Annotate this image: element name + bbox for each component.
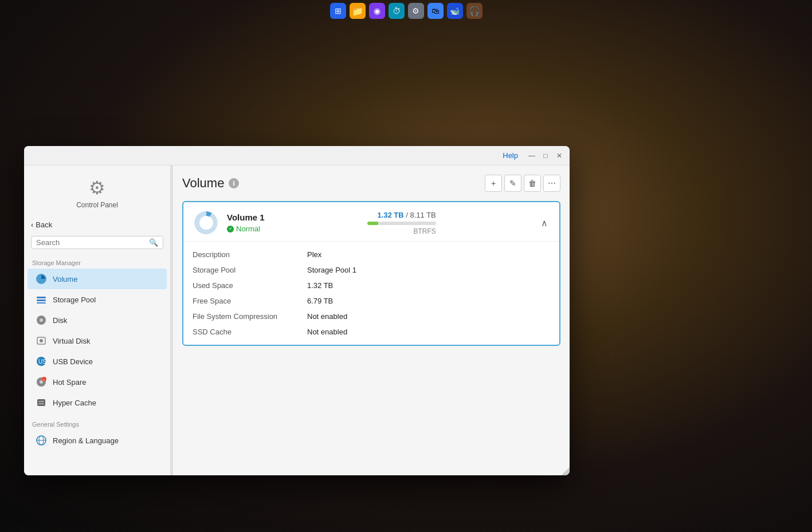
svg-rect-2 bbox=[37, 300, 46, 301]
storage-manager-section-label: Storage Manager bbox=[24, 256, 170, 269]
search-box[interactable]: 🔍 bbox=[31, 236, 163, 249]
page-title-area: Volume ℹ bbox=[182, 176, 239, 191]
add-button[interactable]: + bbox=[485, 175, 502, 192]
taskbar-whale-icon[interactable]: 🐋 bbox=[447, 3, 463, 19]
sidebar-item-virtual-disk-label: Virtual Disk bbox=[53, 337, 91, 345]
control-panel-label: Control Panel bbox=[76, 201, 118, 209]
back-arrow-icon: ‹ bbox=[31, 220, 33, 229]
status-dot bbox=[227, 226, 234, 232]
storage-bar-container bbox=[367, 222, 436, 225]
info-icon[interactable]: ℹ bbox=[229, 178, 239, 188]
svg-text:+: + bbox=[43, 378, 45, 381]
title-bar-controls: — □ ✕ bbox=[527, 151, 564, 160]
detail-value-fs-compression: Not enabled bbox=[307, 310, 550, 322]
virtual-disk-icon bbox=[36, 335, 47, 346]
disk-icon bbox=[36, 314, 47, 326]
storage-display: 1.32 TB / 8.11 TB bbox=[377, 211, 436, 219]
minimize-button[interactable]: — bbox=[527, 151, 536, 160]
sidebar-item-usb-device-label: USB Device bbox=[53, 357, 93, 366]
usb-device-icon: USB bbox=[36, 356, 47, 367]
back-button[interactable]: ‹ Back bbox=[24, 218, 170, 231]
svg-rect-14 bbox=[37, 399, 45, 406]
more-icon: ⋯ bbox=[548, 179, 556, 188]
main-content: Volume ℹ + ✎ 🗑 ⋯ bbox=[173, 165, 570, 475]
control-panel-header: ⚙ Control Panel bbox=[24, 172, 170, 218]
toolbar: + ✎ 🗑 ⋯ bbox=[485, 175, 560, 192]
volume-info: Volume 1 Normal bbox=[227, 212, 265, 233]
sidebar-item-region-language[interactable]: Region & Language bbox=[28, 430, 167, 451]
taskbar-grid-icon[interactable]: ⊞ bbox=[330, 3, 346, 19]
general-settings-section-label: General Settings bbox=[24, 417, 170, 430]
storage-used: 1.32 TB bbox=[377, 211, 403, 219]
taskbar-folder-icon[interactable]: 📁 bbox=[350, 3, 366, 19]
sidebar-item-hyper-cache-label: Hyper Cache bbox=[53, 399, 96, 407]
taskbar-circle-icon[interactable]: ◉ bbox=[369, 3, 385, 19]
restore-button[interactable]: □ bbox=[541, 151, 550, 160]
svg-rect-15 bbox=[38, 401, 44, 402]
detail-label-free-space: Free Space bbox=[193, 295, 307, 307]
sidebar: ⚙ Control Panel ‹ Back 🔍 Storage Manager bbox=[24, 165, 171, 475]
svg-point-21 bbox=[199, 216, 213, 230]
volume-card-header: Volume 1 Normal 1.32 TB / 8.11 TB bbox=[183, 202, 559, 242]
volume-card-right: 1.32 TB / 8.11 TB BTRFS bbox=[367, 211, 436, 235]
svg-text:USB: USB bbox=[38, 358, 47, 365]
page-title: Volume bbox=[182, 176, 224, 191]
svg-point-7 bbox=[40, 339, 43, 342]
sidebar-item-hyper-cache[interactable]: Hyper Cache bbox=[28, 392, 167, 413]
taskbar: ⊞ 📁 ◉ ⏱ ⚙ 🛍 🐋 🎧 bbox=[0, 0, 812, 22]
detail-value-ssd-cache: Not enabled bbox=[307, 326, 550, 338]
search-icon[interactable]: 🔍 bbox=[149, 238, 158, 247]
storage-total: 8.11 TB bbox=[410, 211, 436, 219]
sidebar-item-disk[interactable]: Disk bbox=[28, 310, 167, 330]
collapse-button[interactable]: ∧ bbox=[539, 215, 550, 231]
volume-icon bbox=[36, 273, 47, 285]
detail-label-storage-pool: Storage Pool bbox=[193, 264, 307, 276]
filesystem-label: BTRFS bbox=[413, 227, 436, 235]
taskbar-bag-icon[interactable]: 🛍 bbox=[427, 3, 444, 19]
sidebar-item-hot-spare[interactable]: + Hot Spare bbox=[28, 372, 167, 392]
sidebar-item-virtual-disk[interactable]: Virtual Disk bbox=[28, 330, 167, 351]
detail-value-description: Plex bbox=[307, 249, 550, 261]
detail-value-used-space: 1.32 TB bbox=[307, 279, 550, 291]
taskbar-headphone-icon[interactable]: 🎧 bbox=[466, 3, 483, 19]
detail-label-ssd-cache: SSD Cache bbox=[193, 326, 307, 338]
search-input[interactable] bbox=[36, 238, 149, 247]
taskbar-clock-icon[interactable]: ⏱ bbox=[389, 3, 405, 19]
help-link[interactable]: Help bbox=[503, 151, 518, 160]
storage-bar-fill bbox=[367, 222, 378, 225]
volume-name: Volume 1 bbox=[227, 212, 265, 222]
detail-value-free-space: 6.79 TB bbox=[307, 295, 550, 307]
volume-card-left: Volume 1 Normal bbox=[193, 209, 265, 237]
edit-icon: ✎ bbox=[509, 179, 516, 188]
more-button[interactable]: ⋯ bbox=[543, 175, 560, 192]
detail-value-storage-pool: Storage Pool 1 bbox=[307, 264, 550, 276]
detail-label-description: Description bbox=[193, 249, 307, 261]
title-bar: Help — □ ✕ bbox=[24, 146, 570, 165]
add-icon: + bbox=[491, 179, 496, 188]
sidebar-item-disk-label: Disk bbox=[53, 316, 67, 325]
sidebar-item-usb-device[interactable]: USB USB Device bbox=[28, 351, 167, 372]
control-panel-gear-icon: ⚙ bbox=[89, 177, 105, 199]
svg-rect-3 bbox=[37, 302, 46, 304]
back-label: Back bbox=[36, 220, 52, 229]
svg-rect-1 bbox=[37, 297, 46, 298]
detail-label-used-space: Used Space bbox=[193, 279, 307, 291]
detail-label-fs-compression: File System Compression bbox=[193, 310, 307, 322]
taskbar-gear-icon[interactable]: ⚙ bbox=[408, 3, 424, 19]
storage-pool-icon bbox=[36, 294, 47, 305]
sidebar-item-volume[interactable]: Volume bbox=[28, 269, 167, 289]
delete-button[interactable]: 🗑 bbox=[524, 175, 541, 192]
sidebar-item-volume-label: Volume bbox=[53, 275, 77, 283]
window-body: ⚙ Control Panel ‹ Back 🔍 Storage Manager bbox=[24, 165, 570, 475]
hot-spare-icon: + bbox=[36, 376, 47, 388]
status-badge: Normal bbox=[227, 224, 265, 233]
window-resize-handle[interactable] bbox=[562, 467, 570, 475]
hyper-cache-icon bbox=[36, 397, 47, 408]
close-button[interactable]: ✕ bbox=[555, 151, 564, 160]
sidebar-item-storage-pool[interactable]: Storage Pool bbox=[28, 289, 167, 310]
pie-chart bbox=[193, 209, 220, 237]
edit-button[interactable]: ✎ bbox=[504, 175, 521, 192]
sidebar-item-region-language-label: Region & Language bbox=[53, 436, 119, 445]
sidebar-item-hot-spare-label: Hot Spare bbox=[53, 378, 87, 387]
svg-point-5 bbox=[40, 318, 43, 322]
